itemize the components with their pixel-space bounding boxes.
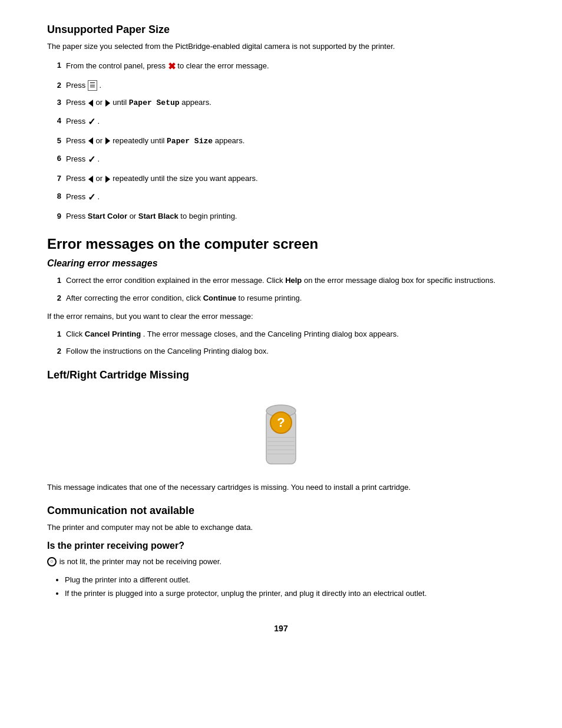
error-messages-title: Error messages on the computer screen <box>47 236 515 252</box>
step-3-code: Paper Setup <box>129 98 180 107</box>
checkmark-icon-4: ✓ <box>88 115 95 129</box>
arrow-left-icon-5 <box>88 137 93 144</box>
checkmark-icon-8: ✓ <box>88 190 95 205</box>
page-number-value: 197 <box>274 624 287 633</box>
step-3-content: Press or until Paper Setup appears. <box>66 97 515 109</box>
clearing-step-1-post: on the error message dialog box for spec… <box>304 276 495 285</box>
arrow-right-icon-3 <box>105 100 110 107</box>
step-7-text-post: repeatedly until the size you want appea… <box>113 174 257 183</box>
step-2: 2 Press ☰ . <box>47 80 515 91</box>
step-4: 4 Press ✓ . <box>47 115 515 129</box>
bullet-1: Plug the printer into a different outlet… <box>65 574 515 587</box>
cartridge-missing-title: Left/Right Cartridge Missing <box>47 369 515 381</box>
checkmark-icon-6: ✓ <box>88 153 95 167</box>
step-6: 6 Press ✓ . <box>47 153 515 167</box>
step-5-or: or <box>95 136 104 145</box>
clearing-error-title: Clearing error messages <box>47 258 515 269</box>
step-3: 3 Press or until Paper Setup appears. <box>47 97 515 109</box>
step-6-text-pre: Press <box>66 154 88 163</box>
step-8: 8 Press ✓ . <box>47 190 515 205</box>
step-5-text-post: appears. <box>215 136 245 145</box>
step-3-or: or <box>95 98 104 107</box>
step-5-code: Paper Size <box>167 137 213 146</box>
unsupported-paper-size-intro: The paper size you selected from the Pic… <box>47 41 515 52</box>
arrow-left-icon-7 <box>88 176 93 183</box>
step-3-text-pre: Press <box>66 98 88 107</box>
step-1-text-pre: From the control panel, press <box>66 61 168 70</box>
step-5-text-mid: repeatedly until <box>113 136 167 145</box>
step-8-text-post: . <box>97 192 100 201</box>
step-9-start-color: Start Color <box>88 212 127 220</box>
unsupported-paper-size-title: Unsupported Paper Size <box>47 24 515 36</box>
step-9-text-pre: Press <box>66 212 88 220</box>
if-error-step-2-content: Follow the instructions on the Canceling… <box>66 345 515 357</box>
step-4-content: Press ✓ . <box>66 115 515 129</box>
clearing-step-1-pre: Correct the error condition explained in… <box>66 276 285 285</box>
if-error-step-1-post: . The error message closes, and the Canc… <box>143 330 399 338</box>
step-9-content: Press Start Color or Start Black to begi… <box>66 210 515 222</box>
if-error-step-1-content: Click Cancel Printing . The error messag… <box>66 328 515 340</box>
step-3-text-mid: until <box>113 98 128 107</box>
cartridge-svg: ? <box>254 393 308 470</box>
arrow-right-icon-7 <box>105 176 110 183</box>
step-9-start-black: Start Black <box>138 212 178 220</box>
if-error-steps-list: 1 Click Cancel Printing . The error mess… <box>47 328 515 357</box>
step-5-number: 5 <box>47 135 61 147</box>
step-7-text-pre: Press <box>66 174 88 183</box>
cartridge-missing-description: This message indicates that one of the n… <box>47 482 515 493</box>
step-5: 5 Press or repeatedly until Paper Size a… <box>47 135 515 147</box>
step-4-text-post: . <box>97 117 100 126</box>
step-2-text-pre: Press <box>66 81 88 90</box>
bullet-2: If the printer is plugged into a surge p… <box>65 588 515 600</box>
power-text: ○ is not lit, the printer may not be rec… <box>47 556 515 568</box>
power-text-content: is not lit, the printer may not be recei… <box>59 557 222 566</box>
step-9-text-mid: or <box>130 212 138 220</box>
step-9-number: 9 <box>47 210 61 222</box>
step-2-content: Press ☰ . <box>66 80 515 91</box>
if-error-step-2: 2 Follow the instructions on the Canceli… <box>47 345 515 357</box>
step-4-text-pre: Press <box>66 117 88 126</box>
menu-icon: ☰ <box>88 80 97 90</box>
unsupported-paper-size-section: Unsupported Paper Size The paper size yo… <box>47 24 515 222</box>
step-4-number: 4 <box>47 115 61 127</box>
clearing-steps-list: 1 Correct the error condition explained … <box>47 275 515 304</box>
clearing-step-2-number: 2 <box>47 292 61 304</box>
if-error-text: If the error remains, but you want to cl… <box>47 311 515 322</box>
step-1-content: From the control panel, press ✖ to clear… <box>66 60 515 74</box>
step-6-text-post: . <box>97 154 100 163</box>
step-1-number: 1 <box>47 60 61 71</box>
arrow-left-icon-3 <box>88 100 93 107</box>
step-9-text-post: to begin printing. <box>180 212 237 220</box>
clearing-step-1: 1 Correct the error condition explained … <box>47 275 515 286</box>
clearing-step-2-post: to resume printing. <box>239 294 302 302</box>
step-5-content: Press or repeatedly until Paper Size app… <box>66 135 515 147</box>
communication-section: Communication not available The printer … <box>47 505 515 600</box>
communication-title: Communication not available <box>47 505 515 517</box>
step-3-text-post: appears. <box>181 98 211 107</box>
page-number: 197 <box>47 624 515 633</box>
if-error-step-1-pre: Click <box>66 330 85 338</box>
if-error-step-1-number: 1 <box>47 328 61 340</box>
if-error-step-2-text: Follow the instructions on the Canceling… <box>66 347 269 355</box>
step-3-number: 3 <box>47 97 61 108</box>
step-7: 7 Press or repeatedly until the size you… <box>47 173 515 185</box>
step-1: 1 From the control panel, press ✖ to cle… <box>47 60 515 74</box>
if-error-step-1: 1 Click Cancel Printing . The error mess… <box>47 328 515 340</box>
arrow-right-icon-5 <box>105 137 110 144</box>
svg-text:?: ? <box>277 415 285 430</box>
step-6-number: 6 <box>47 153 61 164</box>
step-8-number: 8 <box>47 190 61 202</box>
step-7-or: or <box>95 174 104 183</box>
step-7-content: Press or repeatedly until the size you w… <box>66 173 515 185</box>
step-2-text-post: . <box>99 81 101 90</box>
step-6-content: Press ✓ . <box>66 153 515 167</box>
power-subtitle: Is the printer receiving power? <box>47 541 515 551</box>
error-messages-section: Error messages on the computer screen Cl… <box>47 236 515 357</box>
x-icon: ✖ <box>168 60 176 74</box>
help-bold: Help <box>285 276 302 285</box>
unsupported-steps-list: 1 From the control panel, press ✖ to cle… <box>47 60 515 222</box>
step-8-text-pre: Press <box>66 192 88 201</box>
step-7-number: 7 <box>47 173 61 185</box>
clearing-step-1-number: 1 <box>47 275 61 286</box>
clearing-step-2-content: After correcting the error condition, cl… <box>66 292 515 304</box>
